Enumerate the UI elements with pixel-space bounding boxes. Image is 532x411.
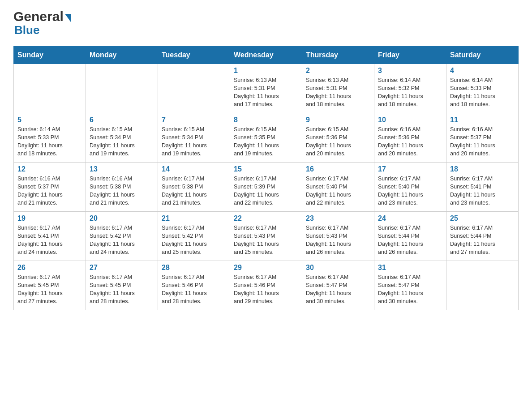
logo-general: General [13,9,64,24]
day-info: Sunrise: 6:17 AM Sunset: 5:46 PM Dayligh… [162,273,226,306]
day-info: Sunrise: 6:17 AM Sunset: 5:40 PM Dayligh… [378,175,442,207]
day-info: Sunrise: 6:15 AM Sunset: 5:36 PM Dayligh… [306,125,370,158]
day-number: 5 [17,116,82,124]
day-number: 24 [378,214,442,223]
calendar-cell: 6Sunrise: 6:15 AM Sunset: 5:34 PM Daylig… [86,113,158,163]
calendar-cell: 9Sunrise: 6:15 AM Sunset: 5:36 PM Daylig… [302,113,374,163]
day-number: 21 [162,214,226,223]
calendar-table: SundayMondayTuesdayWednesdayThursdayFrid… [13,46,519,310]
day-number: 30 [306,264,370,272]
day-info: Sunrise: 6:17 AM Sunset: 5:43 PM Dayligh… [234,224,298,257]
calendar-body: 1Sunrise: 6:13 AM Sunset: 5:31 PM Daylig… [14,64,519,310]
day-info: Sunrise: 6:14 AM Sunset: 5:33 PM Dayligh… [450,76,515,109]
calendar-cell: 2Sunrise: 6:13 AM Sunset: 5:31 PM Daylig… [302,64,374,113]
calendar-header: SundayMondayTuesdayWednesdayThursdayFrid… [14,47,519,64]
day-info: Sunrise: 6:16 AM Sunset: 5:37 PM Dayligh… [450,125,515,158]
calendar-cell: 25Sunrise: 6:17 AM Sunset: 5:44 PM Dayli… [446,212,519,261]
day-number: 4 [450,67,515,75]
day-number: 11 [450,116,515,124]
day-number: 10 [378,116,442,124]
day-number: 15 [234,165,298,173]
calendar-week-2: 5Sunrise: 6:14 AM Sunset: 5:33 PM Daylig… [14,113,519,163]
calendar-cell: 29Sunrise: 6:17 AM Sunset: 5:46 PM Dayli… [230,261,302,310]
day-info: Sunrise: 6:17 AM Sunset: 5:40 PM Dayligh… [306,175,370,207]
calendar-cell: 22Sunrise: 6:17 AM Sunset: 5:43 PM Dayli… [230,212,302,261]
calendar-cell: 28Sunrise: 6:17 AM Sunset: 5:46 PM Dayli… [158,261,230,310]
calendar-cell: 5Sunrise: 6:14 AM Sunset: 5:33 PM Daylig… [14,113,86,163]
calendar-cell: 10Sunrise: 6:16 AM Sunset: 5:36 PM Dayli… [374,113,446,163]
day-number: 22 [234,214,298,223]
day-info: Sunrise: 6:17 AM Sunset: 5:38 PM Dayligh… [162,175,226,207]
logo-blue-text: Blue [13,23,71,37]
day-number: 20 [90,214,154,223]
calendar-cell: 24Sunrise: 6:17 AM Sunset: 5:44 PM Dayli… [374,212,446,261]
logo-triangle-icon [65,14,71,22]
day-info: Sunrise: 6:17 AM Sunset: 5:41 PM Dayligh… [17,224,82,257]
day-number: 1 [234,67,298,75]
day-number: 12 [17,165,82,173]
day-number: 9 [306,116,370,124]
day-info: Sunrise: 6:14 AM Sunset: 5:33 PM Dayligh… [17,125,82,158]
calendar-week-4: 19Sunrise: 6:17 AM Sunset: 5:41 PM Dayli… [14,212,519,261]
day-number: 17 [378,165,442,173]
page-header: General Blue [13,9,519,37]
day-number: 7 [162,116,226,124]
day-info: Sunrise: 6:13 AM Sunset: 5:31 PM Dayligh… [306,76,370,109]
day-number: 29 [234,264,298,272]
day-info: Sunrise: 6:14 AM Sunset: 5:32 PM Dayligh… [378,76,442,109]
day-number: 18 [450,165,515,173]
calendar-cell: 13Sunrise: 6:16 AM Sunset: 5:38 PM Dayli… [86,163,158,212]
day-info: Sunrise: 6:16 AM Sunset: 5:38 PM Dayligh… [90,175,154,207]
calendar-week-3: 12Sunrise: 6:16 AM Sunset: 5:37 PM Dayli… [14,163,519,212]
day-info: Sunrise: 6:17 AM Sunset: 5:42 PM Dayligh… [162,224,226,257]
logo: General Blue [13,9,71,37]
calendar-cell: 15Sunrise: 6:17 AM Sunset: 5:39 PM Dayli… [230,163,302,212]
day-number: 6 [90,116,154,124]
day-info: Sunrise: 6:17 AM Sunset: 5:44 PM Dayligh… [378,224,442,257]
day-info: Sunrise: 6:17 AM Sunset: 5:45 PM Dayligh… [90,273,154,306]
weekday-header-monday: Monday [86,47,158,64]
day-info: Sunrise: 6:17 AM Sunset: 5:42 PM Dayligh… [90,224,154,257]
day-number: 14 [162,165,226,173]
day-info: Sunrise: 6:16 AM Sunset: 5:37 PM Dayligh… [17,175,82,207]
day-number: 2 [306,67,370,75]
calendar-cell [158,64,230,113]
weekday-header-friday: Friday [374,47,446,64]
day-number: 25 [450,214,515,223]
calendar-cell: 4Sunrise: 6:14 AM Sunset: 5:33 PM Daylig… [446,64,519,113]
day-info: Sunrise: 6:17 AM Sunset: 5:41 PM Dayligh… [450,175,515,207]
day-info: Sunrise: 6:15 AM Sunset: 5:35 PM Dayligh… [234,125,298,158]
calendar-cell: 7Sunrise: 6:15 AM Sunset: 5:34 PM Daylig… [158,113,230,163]
day-info: Sunrise: 6:17 AM Sunset: 5:43 PM Dayligh… [306,224,370,257]
calendar-cell [446,261,519,310]
day-number: 8 [234,116,298,124]
day-number: 31 [378,264,442,272]
calendar-cell: 17Sunrise: 6:17 AM Sunset: 5:40 PM Dayli… [374,163,446,212]
day-info: Sunrise: 6:15 AM Sunset: 5:34 PM Dayligh… [90,125,154,158]
calendar-week-5: 26Sunrise: 6:17 AM Sunset: 5:45 PM Dayli… [14,261,519,310]
day-info: Sunrise: 6:17 AM Sunset: 5:44 PM Dayligh… [450,224,515,257]
day-number: 28 [162,264,226,272]
weekday-header-thursday: Thursday [302,47,374,64]
weekday-header-tuesday: Tuesday [158,47,230,64]
day-info: Sunrise: 6:15 AM Sunset: 5:34 PM Dayligh… [162,125,226,158]
calendar-week-1: 1Sunrise: 6:13 AM Sunset: 5:31 PM Daylig… [14,64,519,113]
calendar-cell: 27Sunrise: 6:17 AM Sunset: 5:45 PM Dayli… [86,261,158,310]
calendar-cell: 12Sunrise: 6:16 AM Sunset: 5:37 PM Dayli… [14,163,86,212]
day-number: 26 [17,264,82,272]
logo-general-text: General [13,9,71,24]
day-number: 19 [17,214,82,223]
calendar-cell: 31Sunrise: 6:17 AM Sunset: 5:47 PM Dayli… [374,261,446,310]
day-info: Sunrise: 6:17 AM Sunset: 5:47 PM Dayligh… [306,273,370,306]
day-info: Sunrise: 6:17 AM Sunset: 5:47 PM Dayligh… [378,273,442,306]
calendar-cell: 1Sunrise: 6:13 AM Sunset: 5:31 PM Daylig… [230,64,302,113]
weekday-header-wednesday: Wednesday [230,47,302,64]
calendar-cell [14,64,86,113]
day-number: 27 [90,264,154,272]
day-info: Sunrise: 6:17 AM Sunset: 5:39 PM Dayligh… [234,175,298,207]
calendar-cell: 8Sunrise: 6:15 AM Sunset: 5:35 PM Daylig… [230,113,302,163]
day-info: Sunrise: 6:17 AM Sunset: 5:46 PM Dayligh… [234,273,298,306]
day-number: 16 [306,165,370,173]
weekday-header-row: SundayMondayTuesdayWednesdayThursdayFrid… [14,47,519,64]
calendar-cell: 3Sunrise: 6:14 AM Sunset: 5:32 PM Daylig… [374,64,446,113]
